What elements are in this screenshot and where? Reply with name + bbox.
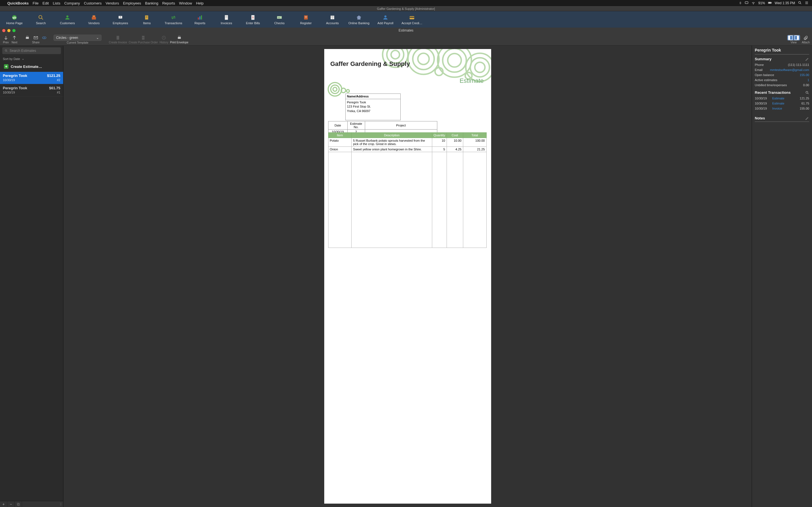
svg-rect-46 bbox=[117, 36, 119, 40]
menu-company[interactable]: Company bbox=[64, 1, 80, 5]
svg-rect-55 bbox=[797, 36, 799, 40]
svg-rect-15 bbox=[93, 15, 95, 17]
estimates-window-titlebar[interactable]: Estimates bbox=[0, 27, 812, 33]
toolbar-search[interactable]: Search bbox=[28, 11, 54, 27]
document-canvas[interactable]: Gaffer Gardening & Supply Estimate Name/… bbox=[63, 46, 752, 507]
sort-dropdown[interactable]: Sort by Date⌄ bbox=[0, 56, 63, 62]
remove-estimate-button[interactable]: − bbox=[7, 501, 15, 507]
svg-point-13 bbox=[66, 15, 68, 17]
estimates-sidebar: Search Estimates Sort by Date⌄ + Create … bbox=[0, 46, 63, 507]
toolbar-transactions[interactable]: Transactions bbox=[160, 11, 187, 27]
svg-point-67 bbox=[443, 49, 466, 72]
svg-text:$: $ bbox=[252, 16, 253, 18]
svg-text:qb: qb bbox=[12, 15, 16, 19]
svg-rect-42 bbox=[27, 36, 28, 37]
panel-toggle-left[interactable] bbox=[788, 35, 794, 40]
edit-notes-icon[interactable] bbox=[805, 116, 809, 120]
svg-point-45 bbox=[44, 37, 45, 38]
svg-rect-53 bbox=[790, 36, 793, 40]
svg-rect-24 bbox=[225, 15, 228, 20]
list-item[interactable]: Peregrin Took$61.7510/30/19#1 bbox=[0, 84, 63, 97]
toolbar-enter-bills[interactable]: $Enter Bills bbox=[240, 11, 266, 27]
toolbar-add-payroll[interactable]: Add Payroll bbox=[372, 11, 399, 27]
print-envelope-button[interactable]: Print Envelope bbox=[170, 35, 188, 44]
screen-share-icon[interactable] bbox=[745, 1, 749, 6]
create-estimate-button[interactable]: + Create Estimate… bbox=[2, 63, 61, 70]
svg-point-64 bbox=[413, 49, 434, 69]
svg-text:PO: PO bbox=[142, 37, 144, 38]
svg-rect-14 bbox=[92, 17, 96, 19]
menu-employees[interactable]: Employees bbox=[123, 1, 141, 5]
menu-lists[interactable]: Lists bbox=[53, 1, 60, 5]
battery-icon[interactable] bbox=[768, 1, 772, 6]
prev-button[interactable] bbox=[2, 35, 10, 41]
menu-file[interactable]: File bbox=[33, 1, 39, 5]
duplicate-estimate-button[interactable] bbox=[15, 501, 22, 507]
add-estimate-button[interactable]: + bbox=[0, 501, 7, 507]
toolbar-accounts[interactable]: Accounts bbox=[319, 11, 346, 27]
open-balance-link[interactable]: 155.00 bbox=[800, 73, 809, 76]
menu-vendors[interactable]: Vendors bbox=[105, 1, 119, 5]
active-estimates-link[interactable]: 1 bbox=[808, 78, 809, 82]
recent-transactions-heading: Recent Transactions bbox=[755, 91, 791, 95]
close-window-button[interactable] bbox=[2, 29, 5, 32]
toolbar-online-banking[interactable]: Online Banking bbox=[346, 11, 372, 27]
toolbar-accept-credit[interactable]: Accept Credi… bbox=[399, 11, 425, 27]
next-button[interactable] bbox=[11, 35, 18, 41]
menu-window[interactable]: Window bbox=[179, 1, 192, 5]
plus-icon: + bbox=[4, 64, 8, 69]
clock[interactable]: Wed 1:35 PM bbox=[775, 1, 795, 5]
updown-icon[interactable]: ⇳ bbox=[739, 1, 742, 5]
svg-point-56 bbox=[5, 50, 7, 51]
menu-help[interactable]: Help bbox=[196, 1, 204, 5]
menu-banking[interactable]: Banking bbox=[145, 1, 158, 5]
panel-toggle-right[interactable] bbox=[794, 35, 800, 40]
edit-summary-icon[interactable] bbox=[805, 57, 809, 61]
transaction-row[interactable]: 10/30/19Estimate121.25 bbox=[755, 96, 809, 101]
template-select[interactable]: Circles - green⌄ bbox=[54, 35, 101, 41]
menu-reports[interactable]: Reports bbox=[162, 1, 175, 5]
svg-point-75 bbox=[331, 85, 339, 94]
list-item[interactable]: Peregrin Took$121.2510/30/19#2 bbox=[0, 72, 63, 84]
toolbar-home-page[interactable]: qbHome Page bbox=[1, 11, 28, 27]
control-center-icon[interactable] bbox=[805, 1, 809, 6]
zoom-window-button[interactable] bbox=[12, 29, 15, 32]
transaction-row[interactable]: 10/30/19Estimate61.75 bbox=[755, 101, 809, 106]
customer-email-link[interactable]: mmtestsoftware@gmail.com bbox=[770, 68, 809, 71]
toolbar-checks[interactable]: Checks bbox=[266, 11, 293, 27]
toolbar-items[interactable]: Items bbox=[134, 11, 160, 27]
svg-rect-2 bbox=[768, 2, 771, 3]
svg-rect-54 bbox=[795, 36, 797, 40]
svg-rect-51 bbox=[179, 36, 180, 37]
svg-rect-0 bbox=[745, 1, 748, 3]
toolbar-invoices[interactable]: Invoices bbox=[213, 11, 240, 27]
menu-customers[interactable]: Customers bbox=[84, 1, 102, 5]
svg-line-57 bbox=[7, 51, 8, 52]
print-button[interactable] bbox=[24, 35, 31, 41]
search-estimates-input[interactable]: Search Estimates bbox=[2, 47, 61, 54]
svg-line-12 bbox=[42, 18, 43, 19]
customer-name-heading: Peregrin Took bbox=[755, 48, 809, 52]
transaction-row[interactable]: 10/30/19Invoice155.00 bbox=[755, 106, 809, 111]
main-toolbar: qbHome Page Search Customers Vendors Emp… bbox=[0, 11, 812, 27]
svg-point-65 bbox=[418, 53, 429, 64]
search-transactions-icon[interactable] bbox=[805, 91, 809, 95]
email-button[interactable] bbox=[32, 35, 40, 41]
menu-edit[interactable]: Edit bbox=[43, 1, 49, 5]
attach-button[interactable]: Attach bbox=[802, 35, 810, 44]
sidebar-resize-grip[interactable]: ⦀ bbox=[60, 502, 63, 507]
window-title: Gaffer Gardening & Supply [Administrator… bbox=[377, 7, 435, 10]
toolbar-register[interactable]: Register bbox=[293, 11, 319, 27]
spotlight-icon[interactable] bbox=[798, 1, 802, 6]
minimize-window-button[interactable] bbox=[7, 29, 10, 32]
toolbar-customers[interactable]: Customers bbox=[54, 11, 81, 27]
preview-button[interactable] bbox=[41, 35, 48, 41]
panel-view-toggle[interactable] bbox=[787, 35, 800, 41]
toolbar-vendors[interactable]: Vendors bbox=[81, 11, 107, 27]
svg-line-5 bbox=[801, 3, 801, 4]
app-menu[interactable]: QuickBooks bbox=[7, 1, 29, 5]
toolbar-employees[interactable]: Employees bbox=[107, 11, 134, 27]
history-button: History bbox=[160, 35, 168, 44]
toolbar-reports[interactable]: Reports bbox=[187, 11, 213, 27]
wifi-icon[interactable] bbox=[751, 1, 755, 6]
